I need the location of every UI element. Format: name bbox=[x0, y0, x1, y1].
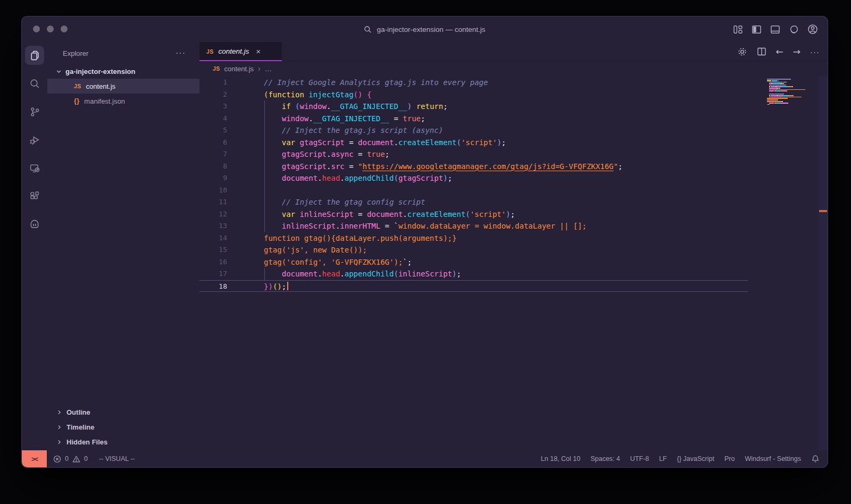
warnings-count[interactable]: 0 bbox=[84, 455, 88, 463]
split-editor-icon[interactable] bbox=[757, 47, 766, 56]
file-name: content.js bbox=[86, 82, 115, 90]
files-icon bbox=[29, 50, 40, 61]
activity-run-debug[interactable] bbox=[25, 130, 44, 149]
line-number: 3 bbox=[199, 100, 227, 113]
toggle-panel-icon[interactable] bbox=[770, 24, 780, 35]
account-icon[interactable] bbox=[807, 24, 818, 35]
js-file-icon: JS bbox=[74, 83, 81, 89]
text-cursor bbox=[287, 282, 288, 290]
line-text: gtag('js', new Date()); bbox=[227, 244, 748, 256]
editor-group: JS content.js × ← → ··· JS content.js › … bbox=[199, 42, 828, 450]
activity-explorer[interactable] bbox=[25, 46, 44, 65]
explorer-title: Explorer bbox=[63, 49, 88, 57]
code-line-4: 4 window.__GTAG_INJECTED__ = true; bbox=[199, 113, 748, 125]
js-file-icon: JS bbox=[213, 65, 220, 72]
git-branch-icon bbox=[29, 106, 40, 117]
activity-remote-explorer[interactable] bbox=[25, 158, 44, 178]
activity-search[interactable] bbox=[25, 74, 44, 93]
code-line-12: 12 var inlineScript = document.createEle… bbox=[199, 208, 748, 221]
line-text bbox=[227, 184, 748, 197]
tab-bar: JS content.js × ← → ··· bbox=[199, 42, 828, 61]
activity-bar bbox=[22, 42, 47, 450]
remote-indicator[interactable]: >< bbox=[22, 450, 47, 467]
line-text: window.__GTAG_INJECTED__ = true; bbox=[227, 113, 748, 125]
section-label: Timeline bbox=[66, 423, 95, 431]
code-line-16: 16gtag('config', 'G-VFQFZKX16G');`; bbox=[199, 256, 748, 268]
status-utf-8[interactable]: UTF-8 bbox=[630, 455, 649, 463]
minimize-window-button[interactable] bbox=[47, 26, 54, 32]
file-name: manifest.json bbox=[84, 97, 125, 105]
status-lf[interactable]: LF bbox=[659, 455, 667, 463]
search-icon bbox=[29, 78, 40, 89]
section-hidden-files[interactable]: Hidden Files bbox=[47, 434, 199, 449]
status-pro[interactable]: Pro bbox=[724, 455, 735, 463]
vim-mode-indicator[interactable]: -- VISUAL -- bbox=[99, 455, 135, 463]
line-number: 13 bbox=[199, 220, 227, 232]
section-label: Hidden Files bbox=[66, 438, 107, 446]
breadcrumb-separator: › bbox=[258, 64, 261, 73]
bell-icon[interactable] bbox=[811, 455, 820, 463]
tab-content-js[interactable]: JS content.js × bbox=[199, 42, 282, 61]
line-text: document.head.appendChild(inlineScript); bbox=[227, 268, 748, 280]
activity-cascade[interactable] bbox=[25, 215, 44, 234]
editor-more-actions-icon[interactable]: ··· bbox=[810, 47, 820, 56]
navigate-forward-icon[interactable]: → bbox=[793, 47, 800, 56]
line-text: // Inject the gtag config script bbox=[227, 196, 748, 208]
line-text: (function injectGtag() { bbox=[227, 89, 748, 101]
line-text: document.head.appendChild(gtagScript); bbox=[227, 172, 748, 184]
line-number: 10 bbox=[199, 184, 227, 197]
line-text: var gtagScript = document.createElement(… bbox=[227, 137, 748, 149]
folder-name: ga-injector-extension bbox=[65, 68, 135, 75]
code-line-6: 6 var gtagScript = document.createElemen… bbox=[199, 137, 748, 149]
section-timeline[interactable]: Timeline bbox=[47, 419, 199, 434]
explorer-more-actions[interactable]: ··· bbox=[176, 48, 186, 58]
code-line-15: 15gtag('js', new Date()); bbox=[199, 244, 748, 256]
code-editor[interactable]: 1// Inject Google Analytics gtag.js into… bbox=[199, 76, 828, 450]
status-ln-18-col-10[interactable]: Ln 18, Col 10 bbox=[541, 455, 580, 463]
breadcrumb: JS content.js › … bbox=[199, 61, 828, 76]
line-number: 2 bbox=[199, 89, 227, 101]
status-javascript[interactable]: {} JavaScript bbox=[677, 455, 714, 463]
tree-folder-root[interactable]: ga-injector-extension bbox=[47, 64, 199, 79]
line-text: })(); bbox=[227, 281, 748, 292]
tree-file-content-js[interactable]: JScontent.js bbox=[47, 79, 199, 94]
code-line-5: 5 // Inject the gtag.js script (async) bbox=[199, 124, 748, 137]
customize-layout-icon[interactable] bbox=[733, 24, 743, 35]
toggle-sidebar-icon[interactable] bbox=[752, 24, 762, 35]
close-window-button[interactable] bbox=[33, 26, 40, 32]
line-text: function gtag(){dataLayer.push(arguments… bbox=[227, 232, 748, 245]
code-line-7: 7 gtagScript.async = true; bbox=[199, 148, 748, 161]
line-number: 16 bbox=[199, 256, 227, 268]
status-windsurf-settings[interactable]: Windsurf - Settings bbox=[745, 455, 801, 463]
extensions-icon bbox=[29, 191, 40, 202]
line-text: var inlineScript = document.createElemen… bbox=[227, 208, 748, 221]
tree-file-manifest-json[interactable]: {}manifest.json bbox=[47, 94, 199, 108]
code-line-11: 11 // Inject the gtag config script bbox=[199, 196, 748, 208]
errors-count[interactable]: 0 bbox=[65, 455, 69, 463]
activity-extensions[interactable] bbox=[25, 187, 44, 206]
tab-close-icon[interactable]: × bbox=[256, 47, 261, 56]
window-title-search[interactable]: ga-injector-extension — content.js bbox=[364, 26, 485, 33]
tab-title: content.js bbox=[218, 47, 249, 55]
chevron-right-icon bbox=[56, 439, 62, 445]
section-outline[interactable]: Outline bbox=[47, 405, 199, 419]
code-line-10: 10 bbox=[199, 184, 748, 197]
line-number: 12 bbox=[199, 208, 227, 221]
traffic-lights bbox=[33, 26, 68, 32]
line-text: gtag('config', 'G-VFQFZKX16G');`; bbox=[227, 256, 748, 268]
navigate-back-icon[interactable]: ← bbox=[776, 47, 783, 56]
zoom-window-button[interactable] bbox=[61, 26, 68, 32]
copilot-circle-icon[interactable] bbox=[789, 24, 799, 35]
breadcrumb-symbol-more[interactable]: … bbox=[265, 65, 272, 73]
minimap[interactable] bbox=[767, 79, 808, 105]
js-file-icon: JS bbox=[206, 48, 213, 55]
line-number: 14 bbox=[199, 232, 227, 245]
settings-gear-icon[interactable] bbox=[737, 47, 747, 57]
status-spaces-4[interactable]: Spaces: 4 bbox=[590, 455, 620, 463]
overview-ruler[interactable] bbox=[819, 76, 828, 450]
overview-ruler-mark bbox=[819, 210, 827, 212]
line-number: 11 bbox=[199, 196, 227, 208]
activity-source-control[interactable] bbox=[25, 102, 44, 121]
line-text: // Inject Google Analytics gtag.js into … bbox=[227, 77, 748, 89]
breadcrumb-file[interactable]: content.js bbox=[224, 65, 254, 73]
